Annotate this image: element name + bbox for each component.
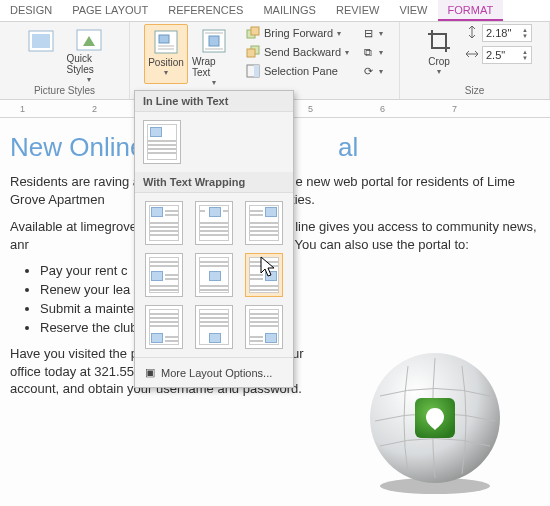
position-button[interactable]: Position ▾ [144, 24, 188, 84]
svg-rect-1 [32, 34, 50, 48]
inline-image-keyboard-sphere[interactable] [360, 346, 510, 496]
tab-format[interactable]: FORMAT [438, 0, 504, 21]
group-size: Crop ▾ 2.18"▲▼ 2.5"▲▼ Size [400, 22, 550, 99]
ribbon-tabs: DESIGN PAGE LAYOUT REFERENCES MAILINGS R… [0, 0, 550, 22]
wrap-text-label: Wrap Text [192, 56, 236, 78]
dropdown-section-inline: In Line with Text [135, 91, 293, 112]
tab-mailings[interactable]: MAILINGS [253, 0, 326, 21]
position-option-middle-center[interactable] [195, 253, 233, 297]
tab-references[interactable]: REFERENCES [158, 0, 253, 21]
send-backward-button[interactable]: Send Backward ▾ [244, 43, 351, 61]
group-icon: ⧉ [361, 45, 375, 59]
group-label-size: Size [465, 84, 484, 96]
quick-styles-button[interactable]: Quick Styles ▾ [67, 24, 111, 84]
selection-pane-icon [246, 64, 260, 78]
position-label: Position [148, 57, 184, 68]
group-arrange: Position ▾ Wrap Text ▾ Bring Forward ▾ S… [130, 22, 400, 99]
svg-rect-15 [247, 49, 255, 57]
chevron-down-icon: ▾ [345, 48, 349, 57]
svg-rect-17 [254, 65, 259, 77]
align-button[interactable]: ⊟▾ [359, 24, 385, 42]
tab-page-layout[interactable]: PAGE LAYOUT [62, 0, 158, 21]
width-icon [465, 47, 479, 64]
crop-button[interactable]: Crop ▾ [417, 24, 461, 84]
position-option-middle-left[interactable] [145, 253, 183, 297]
tab-design[interactable]: DESIGN [0, 0, 62, 21]
bring-forward-button[interactable]: Bring Forward ▾ [244, 24, 351, 42]
ribbon: Quick Styles ▾ Picture Styles Position ▾… [0, 22, 550, 100]
more-layout-options[interactable]: ▣ More Layout Options... [135, 357, 293, 387]
chevron-down-icon: ▾ [87, 75, 91, 84]
dropdown-section-wrapping: With Text Wrapping [135, 172, 293, 193]
position-option-bottom-left[interactable] [145, 305, 183, 349]
height-icon [465, 25, 479, 42]
crop-label: Crop [428, 56, 450, 67]
position-option-middle-right[interactable] [245, 253, 283, 297]
tab-review[interactable]: REVIEW [326, 0, 389, 21]
group-picture-styles: Quick Styles ▾ Picture Styles [0, 22, 130, 99]
width-input[interactable]: 2.5"▲▼ [482, 46, 532, 64]
position-dropdown: In Line with Text With Text Wrapping ▣ M… [134, 90, 294, 388]
position-option-bottom-center[interactable] [195, 305, 233, 349]
group-label-picture-styles: Picture Styles [34, 84, 95, 96]
send-backward-icon [246, 45, 260, 59]
position-option-top-center[interactable] [195, 201, 233, 245]
position-option-top-left[interactable] [145, 201, 183, 245]
bring-forward-icon [246, 26, 260, 40]
chevron-down-icon: ▾ [164, 68, 168, 77]
chevron-down-icon: ▾ [437, 67, 441, 76]
selection-pane-button[interactable]: Selection Pane [244, 62, 351, 80]
svg-rect-5 [159, 35, 169, 43]
wrap-text-button[interactable]: Wrap Text ▾ [192, 24, 236, 84]
svg-rect-9 [209, 36, 219, 46]
position-option-bottom-right[interactable] [245, 305, 283, 349]
rotate-button[interactable]: ⟳▾ [359, 62, 385, 80]
quick-styles-label: Quick Styles [67, 53, 111, 75]
rotate-icon: ⟳ [361, 64, 375, 78]
svg-rect-13 [251, 27, 259, 35]
chevron-down-icon: ▾ [337, 29, 341, 38]
layout-options-icon: ▣ [145, 366, 155, 379]
chevron-down-icon: ▾ [212, 78, 216, 87]
tab-view[interactable]: VIEW [389, 0, 437, 21]
position-option-top-right[interactable] [245, 201, 283, 245]
height-input[interactable]: 2.18"▲▼ [482, 24, 532, 42]
position-option-inline[interactable] [143, 120, 181, 164]
group-objects-button[interactable]: ⧉▾ [359, 43, 385, 61]
align-icon: ⊟ [361, 26, 375, 40]
picture-style-preset[interactable] [19, 24, 63, 84]
